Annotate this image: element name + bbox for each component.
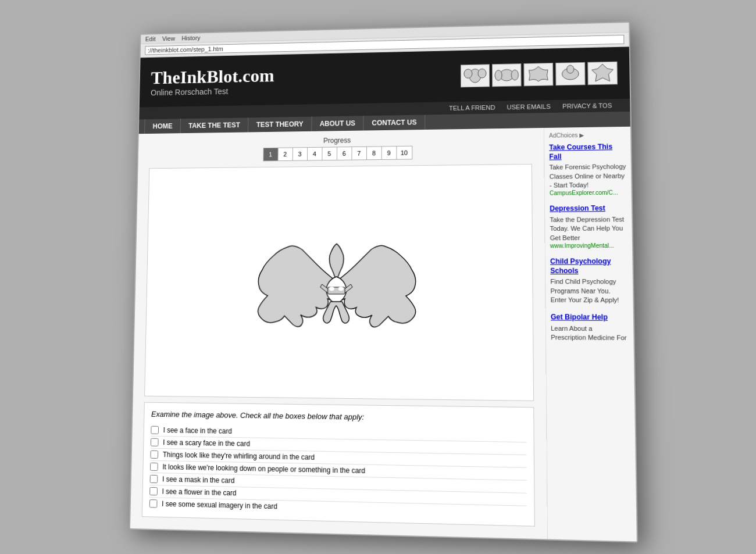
step-9[interactable]: 9	[381, 146, 397, 159]
nav-home[interactable]: HOME	[144, 119, 181, 134]
svg-point-2	[477, 69, 486, 78]
checkbox-label-3: It looks like we're looking down on peop…	[162, 463, 365, 475]
checkbox-label-1: I see a scary face in the card	[163, 438, 250, 448]
ad-title-0[interactable]: Take Courses This Fall	[549, 142, 626, 162]
checkbox-5[interactable]	[149, 487, 158, 495]
thumb-3	[523, 63, 553, 86]
step-2[interactable]: 2	[278, 148, 293, 160]
nav-user-emails[interactable]: USER EMAILS	[501, 100, 557, 113]
step-1[interactable]: 1	[263, 148, 278, 161]
question-section: Examine the image above. Check all the b…	[142, 402, 535, 527]
step-4[interactable]: 4	[308, 148, 323, 160]
checkbox-label-4: I see a mask in the card	[162, 475, 235, 485]
ad-url-1: www.ImprovingMental...	[550, 242, 627, 249]
checkbox-1[interactable]	[151, 438, 159, 446]
nav-privacy[interactable]: PRIVACY & TOS	[557, 99, 618, 113]
checkbox-0[interactable]	[151, 426, 159, 434]
menu-view[interactable]: View	[162, 35, 175, 42]
ad-block-3: Get Bipolar Help Learn About a Prescript…	[551, 313, 629, 343]
ad-choices-label: AdChoices ▶	[549, 131, 626, 139]
svg-point-1	[463, 69, 472, 78]
nav-test-theory[interactable]: TEST THEORY	[248, 117, 312, 133]
ad-url-0: CampusExplorer.com/C...	[550, 190, 626, 196]
nav-contact-us[interactable]: CONTACT US	[364, 115, 426, 130]
inkblot-image	[226, 177, 447, 387]
ad-title-3[interactable]: Get Bipolar Help	[551, 313, 629, 323]
screen-wrapper: Edit View History ://theinkblot.com/step…	[129, 22, 638, 543]
svg-point-5	[511, 70, 518, 80]
ad-text-2: Find Child Psychology Programs Near You.…	[550, 277, 628, 305]
nav-tell-friend[interactable]: TELL A FRIEND	[443, 101, 501, 115]
ad-text-3: Learn About a Prescription Medicine For	[551, 324, 629, 343]
checkbox-3[interactable]	[150, 463, 158, 471]
menu-history[interactable]: History	[181, 34, 200, 41]
checkbox-4[interactable]	[150, 475, 158, 483]
thumb-2	[492, 63, 522, 87]
checkbox-2[interactable]	[150, 451, 158, 459]
step-8[interactable]: 8	[366, 146, 381, 159]
content-area: Progress 1 2 3 4 5 6 7 8 9 10	[130, 127, 637, 542]
thumb-5	[587, 62, 618, 85]
progress-label: Progress	[149, 134, 532, 147]
checkbox-6[interactable]	[149, 499, 158, 507]
site-title: TheInkBlot.com	[151, 65, 274, 88]
svg-point-4	[495, 70, 502, 81]
checkbox-label-2: Things look like they're whirling around…	[163, 451, 315, 462]
question-instruction: Examine the image above. Check all the b…	[151, 410, 526, 424]
step-3[interactable]: 3	[293, 148, 307, 160]
checkbox-label-0: I see a face in the card	[163, 426, 232, 435]
svg-point-10	[338, 287, 344, 291]
ad-block-0: Take Courses This Fall Take Forensic Psy…	[549, 142, 626, 196]
nav-take-test[interactable]: TAKE THE TEST	[181, 117, 249, 133]
site-title-block: TheInkBlot.com Online Rorschach Test	[151, 65, 274, 97]
step-10[interactable]: 10	[397, 146, 412, 159]
sidebar: AdChoices ▶ Take Courses This Fall Take …	[544, 127, 637, 542]
ad-text-1: Take the Depression Test Today. We Can H…	[550, 215, 627, 242]
progress-steps: 1 2 3 4 5 6 7 8 9 10	[263, 146, 412, 162]
inkblot-thumbnails	[461, 62, 618, 88]
step-5[interactable]: 5	[322, 147, 337, 160]
thumb-1	[461, 64, 490, 87]
checkbox-label-6: I see some sexual imagery in the card	[162, 500, 277, 511]
ad-block-1: Depression Test Take the Depression Test…	[550, 204, 627, 249]
step-6[interactable]: 6	[337, 147, 352, 160]
site-header: TheInkBlot.com Online Rorschach Test	[140, 47, 630, 107]
ad-title-2[interactable]: Child Psychology Schools	[550, 257, 627, 276]
main-content: Progress 1 2 3 4 5 6 7 8 9 10	[130, 128, 547, 539]
ad-block-2: Child Psychology Schools Find Child Psyc…	[550, 257, 628, 305]
menu-edit[interactable]: Edit	[145, 35, 156, 42]
progress-section: Progress 1 2 3 4 5 6 7 8 9 10	[149, 134, 532, 162]
adchoices-icon: ▶	[580, 132, 584, 138]
svg-point-9	[329, 287, 334, 291]
ad-text-0: Take Forensic Psychology Classes Online …	[550, 162, 627, 190]
thumb-4	[555, 62, 585, 86]
step-7[interactable]: 7	[352, 147, 367, 160]
nav-about-us[interactable]: ABOUT US	[312, 116, 364, 131]
site-wrapper: TheInkBlot.com Online Rorschach Test	[130, 47, 637, 541]
checkbox-label-5: I see a flower in the card	[162, 487, 236, 497]
svg-point-7	[566, 65, 573, 73]
inkblot-display	[144, 164, 534, 401]
ad-title-1[interactable]: Depression Test	[550, 204, 627, 214]
